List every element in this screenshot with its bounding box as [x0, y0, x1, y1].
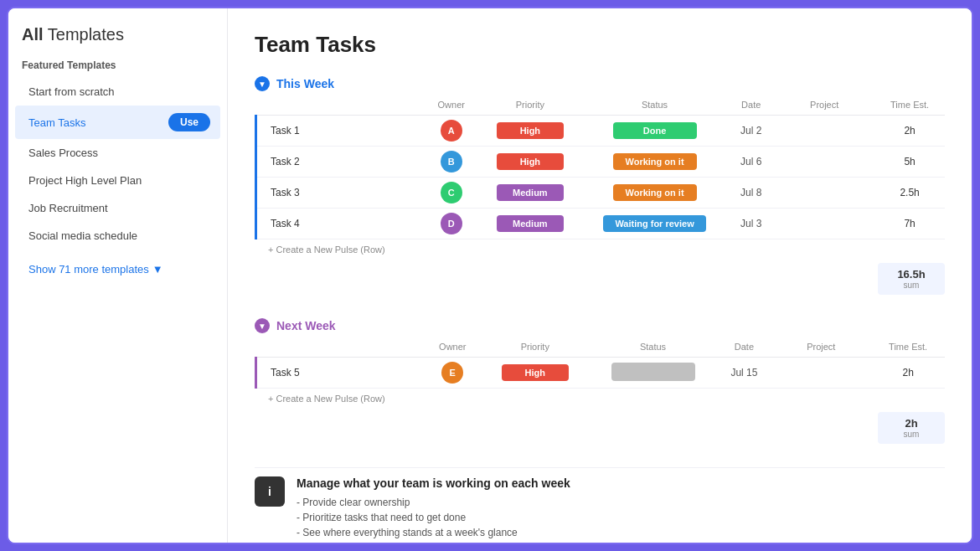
next-week-table: Owner Priority Status Date Project Time …	[255, 337, 945, 389]
info-bullet: Provide clear ownership	[297, 495, 570, 510]
priority-badge: Medium	[497, 215, 564, 232]
task-status: Working on it	[581, 178, 729, 209]
info-icon: i	[255, 476, 285, 507]
col-priority: Priority	[479, 95, 581, 116]
priority-badge: High	[497, 122, 564, 139]
avatar: E	[441, 362, 463, 384]
next-week-sum-box: 2h sum	[878, 412, 945, 444]
this-week-sum-row: 16.5h sum	[255, 260, 945, 298]
col-task-name-nw	[256, 337, 424, 358]
task-status: Waiting for review	[581, 209, 729, 239]
task-name: Task 1	[256, 116, 424, 147]
this-week-title: This Week	[276, 77, 334, 90]
task-time: 5h	[874, 147, 945, 178]
col-date: Date	[728, 95, 774, 116]
col-status: Status	[581, 95, 729, 116]
main-content: Team Tasks ▼ This Week Owner Priority St…	[228, 8, 972, 543]
this-week-header: ▼ This Week	[255, 76, 945, 91]
task-time: 2h	[874, 116, 945, 147]
featured-templates-label: Featured Templates	[8, 53, 227, 78]
task-time: 7h	[874, 209, 945, 239]
task-status	[589, 358, 718, 389]
status-badge: Done	[613, 122, 697, 139]
create-pulse-this-week[interactable]: + Create a New Pulse (Row)	[255, 239, 945, 260]
col-time-est: Time Est.	[874, 95, 945, 116]
sidebar-item-social-media[interactable]: Social media schedule	[8, 222, 227, 250]
task-project	[771, 358, 871, 389]
chevron-down-icon: ▼	[152, 263, 163, 276]
table-row[interactable]: Task 1 A High Done Jul 2 2h	[256, 116, 946, 147]
col-project: Project	[774, 95, 874, 116]
show-more-button[interactable]: Show 71 more templates ▼	[8, 250, 227, 282]
sidebar-item-sales-process[interactable]: Sales Process	[8, 139, 227, 167]
task-name: Task 2	[256, 147, 424, 178]
sidebar-item-start-from-scratch[interactable]: Start from scratch	[8, 78, 227, 106]
page-title: Team Tasks	[255, 32, 945, 58]
this-week-sum-box: 16.5h sum	[878, 263, 945, 295]
task-project	[774, 116, 874, 147]
task-priority: Medium	[479, 178, 581, 209]
next-week-toggle[interactable]: ▼	[255, 318, 270, 333]
col-status-nw: Status	[589, 337, 718, 358]
app-container: All Templates Featured Templates Start f…	[7, 7, 973, 544]
task-owner: B	[424, 147, 479, 178]
task-priority: High	[479, 116, 581, 147]
table-row[interactable]: Task 4 D Medium Waiting for review Jul 3…	[256, 209, 946, 239]
task-name: Task 3	[256, 178, 424, 209]
task-owner: A	[424, 116, 479, 147]
task-priority: High	[479, 147, 581, 178]
priority-badge: High	[497, 153, 564, 170]
task-name: Task 5	[256, 358, 424, 389]
task-date: Jul 2	[728, 116, 774, 147]
sidebar-item-project-high-level[interactable]: Project High Level Plan	[8, 167, 227, 194]
this-week-table: Owner Priority Status Date Project Time …	[255, 95, 945, 239]
col-task-name	[256, 95, 424, 116]
task-time: 2.5h	[874, 178, 945, 209]
info-section: i Manage what your team is working on ea…	[255, 467, 945, 540]
task-status: Done	[581, 116, 729, 147]
next-week-title: Next Week	[276, 319, 336, 332]
next-week-header: ▼ Next Week	[255, 318, 945, 333]
task-priority: Medium	[479, 209, 581, 239]
task-owner: C	[424, 178, 479, 209]
use-button[interactable]: Use	[168, 113, 210, 131]
task-project	[774, 178, 874, 209]
this-week-toggle[interactable]: ▼	[255, 76, 270, 91]
task-owner: E	[424, 358, 482, 389]
info-text: Manage what your team is working on each…	[297, 476, 570, 540]
this-week-section: ▼ This Week Owner Priority Status Date P…	[255, 76, 945, 298]
all-bold: All	[22, 25, 44, 44]
task-date: Jul 15	[718, 358, 771, 389]
next-week-sum-row: 2h sum	[255, 409, 945, 447]
col-time-est-nw: Time Est.	[871, 337, 945, 358]
sidebar-item-job-recruitment[interactable]: Job Recruitment	[8, 194, 227, 222]
table-row[interactable]: Task 2 B High Working on it Jul 6 5h	[256, 147, 946, 178]
task-owner: D	[424, 209, 479, 239]
sidebar: All Templates Featured Templates Start f…	[8, 8, 228, 543]
avatar: B	[441, 151, 462, 173]
task-project	[774, 209, 874, 239]
priority-badge: Medium	[497, 184, 564, 201]
col-owner-nw: Owner	[424, 337, 482, 358]
avatar: A	[441, 120, 462, 142]
avatar: D	[441, 213, 462, 234]
task-date: Jul 8	[728, 178, 774, 209]
col-project-nw: Project	[771, 337, 871, 358]
info-bullets: Provide clear ownershipPrioritize tasks …	[297, 495, 570, 540]
task-priority: High	[482, 358, 588, 389]
task-name: Task 4	[256, 209, 424, 239]
table-row[interactable]: Task 3 C Medium Working on it Jul 8 2.5h	[256, 178, 946, 209]
status-badge: Working on it	[613, 153, 697, 170]
status-badge: Working on it	[613, 184, 697, 201]
all-templates-heading: All Templates	[8, 25, 227, 53]
task-project	[774, 147, 874, 178]
status-empty	[611, 363, 695, 381]
info-bullet: See where everything stands at a week's …	[297, 525, 570, 540]
templates-rest: Templates	[44, 25, 124, 44]
info-heading: Manage what your team is working on each…	[297, 476, 570, 490]
sidebar-item-team-tasks[interactable]: Team Tasks Use	[15, 106, 220, 139]
col-priority-nw: Priority	[482, 337, 588, 358]
create-pulse-next-week[interactable]: + Create a New Pulse (Row)	[255, 389, 945, 409]
task-date: Jul 3	[728, 209, 774, 239]
table-row[interactable]: Task 5 E High Jul 15 2h	[256, 358, 946, 389]
